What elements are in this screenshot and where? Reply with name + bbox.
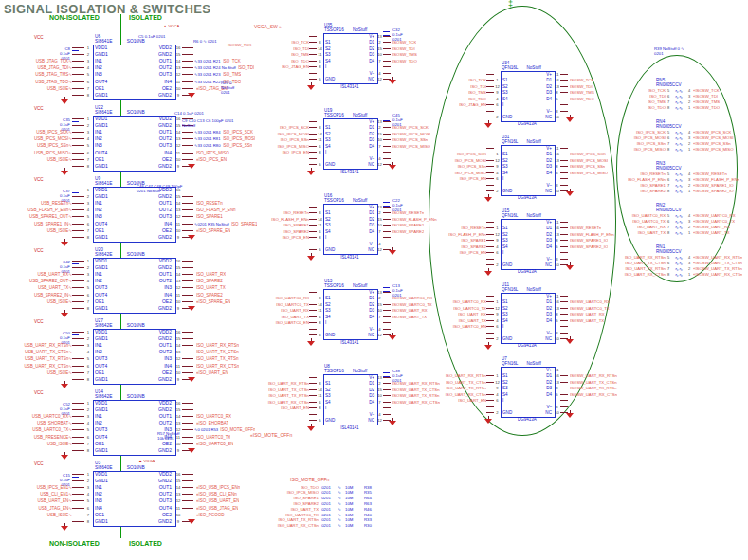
- net-label: USB_UART_RX_RTSn: [2, 343, 72, 348]
- pin-number: 1: [494, 78, 501, 82]
- net-label: ISO_RESETn: [196, 201, 223, 206]
- chip-package: SO16NB: [127, 394, 145, 399]
- pin-name: GND: [501, 336, 527, 341]
- pin-name: D2: [527, 84, 554, 89]
- pin-name: NC: [527, 336, 554, 341]
- chip-package: QFN16L: [502, 213, 518, 218]
- chip-package: TSSOP16: [324, 198, 344, 203]
- net-label: ISO_SPARE1: [431, 238, 486, 243]
- wire: [383, 225, 391, 226]
- wire: [309, 48, 317, 49]
- wire: [309, 329, 317, 330]
- pin-number: 13: [554, 380, 560, 385]
- wire: [182, 274, 193, 275]
- chip-package: QFN16L: [502, 361, 518, 366]
- wire: [182, 145, 193, 146]
- net-label: ISO_UART_TX: [254, 315, 309, 319]
- resistor-icon: [671, 256, 686, 261]
- net-label: ISO_UART_TX: [239, 508, 319, 513]
- wire: [72, 521, 84, 522]
- net-label: ISO_UART_RX_RTSn: [254, 381, 309, 386]
- wire: [72, 352, 84, 352]
- chip-header: U20 SI8642E SO16NB: [95, 247, 145, 258]
- pin-number: 3: [84, 414, 92, 419]
- pin-name: D4: [527, 97, 554, 101]
- resistor-icon: [671, 267, 686, 272]
- wire: [72, 450, 84, 451]
- net-label: ISO_TDO: [612, 106, 666, 111]
- net-label: ISO_UARTC0_RX: [196, 414, 231, 419]
- ground-icon: [566, 191, 574, 196]
- wire: [560, 234, 568, 235]
- pin-row: ISO_UART_RX_RTSn 1 S1 D1 16 ISOSW_UART_R…: [431, 373, 649, 380]
- pin-name: V–: [350, 412, 376, 417]
- wire: [72, 54, 84, 55]
- wire: [383, 134, 391, 135]
- pin-number: 4: [84, 65, 92, 70]
- pin-name: GND2: [135, 336, 174, 341]
- chip-part: ISL43141: [323, 170, 376, 174]
- pin-number: 10: [554, 115, 560, 119]
- pin-name: IN1: [92, 130, 135, 135]
- pin-name: OE1: [92, 513, 135, 517]
- resistor-icon: [671, 89, 686, 94]
- pin-name: GND2: [135, 519, 174, 524]
- resistor-label: 33 0201 R80: [194, 143, 221, 148]
- net-label: ISO_SPARE2: [196, 293, 223, 298]
- net-label: ISO_IPCS_SSn: [223, 143, 253, 148]
- pin-name: GND1: [92, 52, 135, 57]
- pin-number: 8: [84, 377, 92, 382]
- chip-package: SO16NB: [127, 323, 145, 328]
- pin-number: 7: [376, 59, 383, 63]
- chip-part: ISL43141: [323, 340, 376, 345]
- net-label: USB_IPCS_EN1: [2, 485, 72, 490]
- net-label: ISO_TMS: [612, 100, 666, 105]
- pin-name: NC: [350, 77, 376, 81]
- resistor-icon: [671, 136, 686, 141]
- wire: [486, 375, 494, 376]
- wire: [72, 145, 84, 146]
- net-label: «ISOSW_UARTC0_RX: [693, 214, 736, 219]
- resistor-row: ISO_TDO 8 1 «ISOSW_TDO: [612, 105, 747, 111]
- pin-number: 11: [174, 364, 182, 369]
- resistor-icon: [671, 142, 686, 147]
- pin-name: D1: [527, 299, 554, 304]
- wire: [486, 117, 494, 117]
- wire: [383, 237, 391, 238]
- pin-number: 9: [174, 235, 182, 240]
- wire: [383, 121, 391, 122]
- wire: [560, 99, 568, 99]
- wire: [486, 190, 494, 191]
- pin-name: I: [501, 324, 527, 329]
- mote-pulldown-ladder: ISO_TDO 0201 10M R38 ISO_IPCS_MISO 0201 …: [239, 485, 391, 529]
- wire: [560, 111, 568, 112]
- net-label: ISO_UARTC0_RX: [612, 214, 666, 219]
- wire: [486, 394, 494, 395]
- wire: [182, 203, 193, 204]
- wire: [560, 240, 568, 241]
- chip-part: RN0805CCV: [656, 166, 682, 171]
- pin-number: 8: [84, 448, 92, 453]
- resistor-network: RN5 RN0805CCV ISO_TCK 5 4 «ISOSW_TCK ISO…: [612, 78, 747, 112]
- resistor-label: 33 0201 R84: [194, 130, 221, 135]
- chip-header: RN4 RN0805CCV: [656, 119, 682, 129]
- pin-name: VDD1: [92, 472, 135, 477]
- net-label: USB_JTAG_EN: [2, 506, 72, 511]
- pin-name: V–: [527, 109, 554, 114]
- wire: [486, 166, 494, 167]
- net-label: USB_ISOE: [2, 157, 72, 162]
- pin-name: OE2: [135, 228, 174, 233]
- pin-name: IN2: [92, 279, 135, 283]
- wire: [486, 259, 494, 260]
- net-label: ISO_IPCS_SSn: [254, 137, 309, 142]
- pin-number: 1: [494, 373, 501, 378]
- net-label: ISO_UART_RX_RTSn: [612, 256, 666, 261]
- wire: [383, 146, 391, 147]
- wire: [309, 420, 317, 421]
- pin-number: 8: [84, 235, 92, 240]
- pin-name: I: [501, 102, 527, 107]
- pin-name: NC: [350, 418, 376, 423]
- net-label: ISO_IPCS_SSn: [431, 164, 486, 169]
- pin-number: 6: [84, 435, 92, 440]
- wire: [383, 231, 391, 232]
